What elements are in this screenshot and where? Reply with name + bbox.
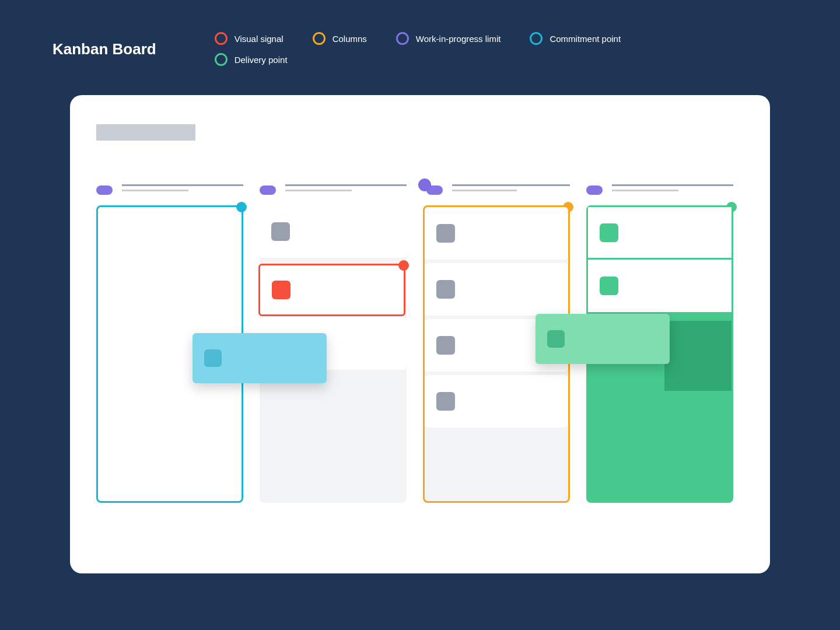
legend-label: Commitment point xyxy=(550,34,621,44)
column-title-placeholder xyxy=(122,184,243,191)
page-title: Kanban Board xyxy=(52,40,156,58)
kanban-card[interactable] xyxy=(425,207,568,260)
legend-item-commitment: Commitment point xyxy=(530,32,621,45)
legend-dot-columns xyxy=(313,32,326,45)
card-chip-icon xyxy=(110,224,128,243)
board-title-placeholder xyxy=(96,124,195,141)
column-header xyxy=(423,184,570,205)
card-chip-icon xyxy=(110,382,128,400)
legend-dot-wip xyxy=(396,32,409,45)
legend: Visual signal Columns Work-in-progress l… xyxy=(215,32,658,66)
kanban-card-visual-signal[interactable] xyxy=(258,264,405,316)
legend-item-columns: Columns xyxy=(313,32,367,45)
wip-limit-dot-icon xyxy=(418,178,431,191)
legend-dot-visual-signal xyxy=(215,32,228,45)
legend-label: Work-in-progress limit xyxy=(416,34,501,44)
kanban-card[interactable] xyxy=(98,260,242,312)
card-chip-icon xyxy=(436,392,455,411)
card-chip-icon xyxy=(272,281,290,299)
legend-label: Delivery point xyxy=(235,55,288,65)
kanban-card[interactable] xyxy=(588,207,732,260)
card-chip-icon xyxy=(271,222,290,241)
card-chip-icon xyxy=(204,349,222,367)
kanban-card-dragging[interactable] xyxy=(536,314,670,364)
legend-label: Columns xyxy=(332,34,367,44)
legend-label: Visual signal xyxy=(235,34,284,44)
card-chip-icon xyxy=(110,329,128,348)
board-panel xyxy=(70,95,770,573)
legend-item-delivery: Delivery point xyxy=(215,53,288,66)
legend-dot-delivery xyxy=(215,53,228,66)
column-header xyxy=(96,184,243,205)
column-title-placeholder xyxy=(285,184,407,191)
card-chip-icon xyxy=(436,280,455,299)
visual-signal-icon xyxy=(398,260,409,271)
card-chip-icon xyxy=(436,336,455,355)
card-chip-icon xyxy=(436,224,455,243)
column-commitment xyxy=(96,184,243,503)
column-title-placeholder xyxy=(452,184,570,191)
kanban-card[interactable] xyxy=(98,207,242,260)
legend-item-visual-signal: Visual signal xyxy=(215,32,284,45)
column-dropzone xyxy=(664,321,732,391)
card-chip-icon xyxy=(110,276,128,295)
wip-limit-icon xyxy=(260,186,276,195)
legend-dot-commitment xyxy=(530,32,542,45)
column-header xyxy=(586,184,733,205)
column-title-placeholder xyxy=(612,184,733,191)
wip-limit-icon xyxy=(586,186,603,195)
wip-limit-icon xyxy=(96,186,113,195)
kanban-card[interactable] xyxy=(425,375,568,428)
kanban-card[interactable] xyxy=(588,260,732,312)
legend-item-wip: Work-in-progress limit xyxy=(396,32,501,45)
card-chip-icon xyxy=(600,223,618,242)
kanban-card[interactable] xyxy=(260,205,407,258)
column-delivery xyxy=(586,184,733,503)
kanban-card-dragging[interactable] xyxy=(192,333,327,383)
column-header xyxy=(260,184,407,205)
card-chip-icon xyxy=(600,276,618,295)
column-body xyxy=(586,205,733,503)
columns-container xyxy=(96,184,744,503)
kanban-card[interactable] xyxy=(425,263,568,316)
card-chip-icon xyxy=(547,330,565,348)
